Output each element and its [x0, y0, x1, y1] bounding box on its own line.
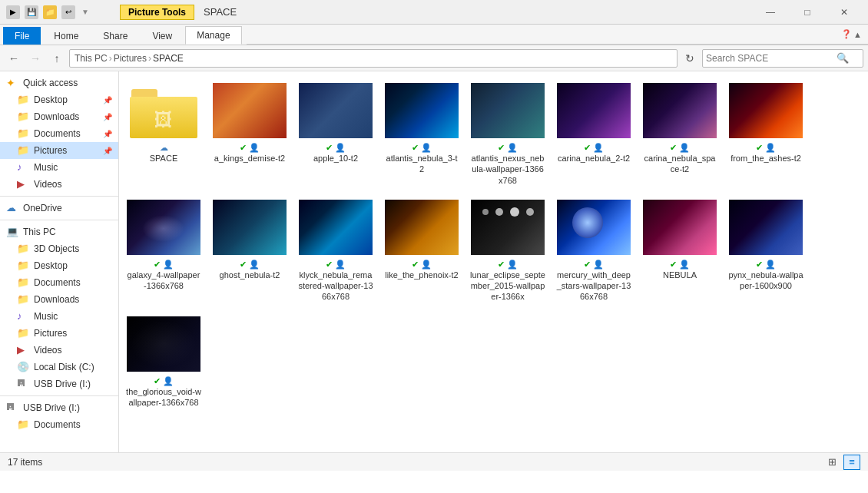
- file-name-space: SPACE: [150, 153, 177, 164]
- tab-view[interactable]: View: [141, 27, 184, 45]
- list-view-button[interactable]: ≡: [843, 455, 860, 470]
- search-box[interactable]: 🔍: [702, 49, 863, 68]
- sidebar-item-documents3[interactable]: 📁 Documents: [0, 416, 118, 433]
- file-item-nebula[interactable]: ✔ 👤 NEBULA: [638, 194, 721, 308]
- folder-doc3-icon: 📁: [17, 419, 29, 431]
- sidebar-label-local-disk: Local Disk (C:): [34, 362, 94, 372]
- address-sep2: ›: [148, 53, 151, 64]
- tab-home[interactable]: Home: [42, 27, 90, 45]
- tab-share[interactable]: Share: [91, 27, 139, 45]
- sidebar-item-videos2[interactable]: ▶ Videos: [0, 342, 118, 359]
- sidebar-item-pictures2[interactable]: 📁 Pictures: [0, 325, 118, 342]
- name-apple10: apple_10-t2: [313, 153, 358, 164]
- file-item-ghost-nebula[interactable]: ✔ 👤 ghost_nebula-t2: [208, 194, 291, 308]
- file-item-carina1[interactable]: ✔ 👤 carina_nebula_2-t2: [552, 78, 635, 191]
- forward-button[interactable]: →: [26, 49, 45, 68]
- sidebar-item-documents2[interactable]: 📁 Documents: [0, 274, 118, 291]
- file-item-lunar[interactable]: ✔ 👤 lunar_eclipse_september_2015-wallpap…: [466, 194, 549, 308]
- close-button[interactable]: ✕: [827, 0, 862, 25]
- sidebar-item-desktop[interactable]: 📁 Desktop 📌: [0, 91, 118, 108]
- tab-manage[interactable]: Manage: [185, 26, 241, 45]
- file-item-klyck[interactable]: ✔ 👤 klyck_nebula_remastered-wallpaper-13…: [294, 194, 377, 308]
- sidebar-item-downloads[interactable]: 📁 Downloads 📌: [0, 108, 118, 125]
- person-badge: 👤: [249, 143, 260, 153]
- sidebar-item-downloads2[interactable]: 📁 Downloads: [0, 291, 118, 308]
- music-icon: ♪: [17, 161, 29, 174]
- green-badge: ✔: [498, 143, 505, 153]
- view-toggle: ⊞ ≡: [823, 455, 860, 470]
- folder-thumb: 🖼: [127, 83, 200, 138]
- file-item-apple10[interactable]: ✔ 👤 apple_10-t2: [294, 78, 377, 191]
- name-pynx: pynx_nebula-wallpaper-1600x900: [728, 270, 803, 292]
- folder-icon-tb[interactable]: 📁: [43, 5, 57, 19]
- sidebar-label-usb-i: USB Drive (I:): [34, 379, 91, 389]
- sidebar-label-quick-access: Quick access: [23, 78, 78, 88]
- minimize-button[interactable]: —: [753, 0, 788, 25]
- file-item-glorious-void[interactable]: ✔ 👤 the_glorious_void-wallpaper-1366x768: [122, 311, 205, 414]
- up-button[interactable]: ↑: [48, 49, 66, 68]
- file-item-galaxy4[interactable]: ✔ 👤 galaxy_4-wallpaper-1366x768: [122, 194, 205, 308]
- sidebar-item-music2[interactable]: ♪ Music: [0, 308, 118, 325]
- quick-access-icon[interactable]: ▶: [6, 5, 20, 19]
- badge-row-folder: ☁: [160, 143, 168, 153]
- sidebar-label-this-pc: This PC: [23, 227, 56, 237]
- usb2-icon: 🖪: [6, 402, 18, 414]
- badges-carina1: ✔ 👤: [584, 143, 604, 153]
- sidebar-item-usb-i[interactable]: 🖪 USB Drive (I:): [0, 376, 118, 392]
- file-item-carina-space[interactable]: ✔ 👤 carina_nebula_space-t2: [638, 78, 721, 191]
- search-input[interactable]: [706, 53, 837, 64]
- sidebar-item-this-pc[interactable]: 💻 This PC: [0, 223, 118, 240]
- sidebar-label-downloads2: Downloads: [34, 294, 79, 305]
- title-bar-icons: ▶ 💾 📁 ↩ ▼: [6, 5, 89, 19]
- tab-file[interactable]: File: [3, 27, 41, 45]
- sidebar-item-documents[interactable]: 📁 Documents 📌: [0, 125, 118, 142]
- sidebar-label-music2: Music: [34, 311, 58, 322]
- name-ghost-nebula: ghost_nebula-t2: [220, 270, 280, 280]
- sidebar-item-music[interactable]: ♪ Music: [0, 159, 118, 176]
- file-item-atlantis3[interactable]: ✔ 👤 atlantis_nebula_3-t2: [380, 78, 463, 191]
- person-badge: 👤: [593, 260, 604, 270]
- badges-from-ashes: ✔ 👤: [756, 143, 776, 153]
- undo-icon[interactable]: ↩: [61, 5, 75, 19]
- thumb-phoenix: [385, 200, 459, 255]
- badges-pynx: ✔ 👤: [756, 260, 776, 270]
- star-icon: ✦: [6, 77, 18, 89]
- sidebar-item-videos[interactable]: ▶ Videos: [0, 176, 118, 193]
- sidebar-item-local-disk[interactable]: 💿 Local Disk (C:): [0, 359, 118, 376]
- address-bar[interactable]: This PC › Pictures › SPACE: [69, 49, 678, 68]
- file-item-a-kings[interactable]: ✔ 👤 a_kings_demise-t2: [208, 78, 291, 191]
- file-item-mercury[interactable]: ✔ 👤 mercury_with_deep_stars-wallpaper-13…: [552, 194, 635, 308]
- dropdown-arrow[interactable]: ▼: [81, 8, 89, 16]
- title-bar: ▶ 💾 📁 ↩ ▼ Picture Tools SPACE — □ ✕: [0, 0, 868, 25]
- person-badge: 👤: [507, 260, 518, 270]
- file-item-phoenix[interactable]: ✔ 👤 like_the_phenoix-t2: [380, 194, 463, 308]
- thumb-nebula: [643, 200, 717, 255]
- green-badge: ✔: [756, 260, 763, 270]
- sidebar-item-desktop2[interactable]: 📁 Desktop: [0, 257, 118, 274]
- help-icon[interactable]: ❓: [841, 29, 852, 39]
- file-item-atlantis-nexus[interactable]: ✔ 👤 atlantis_nexus_nebula-wallpaper-1366…: [466, 78, 549, 191]
- address-pc: This PC: [75, 53, 108, 64]
- expand-ribbon-icon[interactable]: ▲: [853, 30, 862, 39]
- file-item-space-folder[interactable]: 🖼 ☁ SPACE: [122, 78, 205, 191]
- badges-carina-space: ✔ 👤: [670, 143, 690, 153]
- name-mercury: mercury_with_deep_stars-wallpaper-1366x7…: [556, 270, 631, 303]
- ribbon: File Home Share View Manage ❓ ▲: [0, 25, 868, 45]
- file-item-from-ashes[interactable]: ✔ 👤 from_the_ashes-t2: [724, 78, 807, 191]
- badges-klyck: ✔ 👤: [326, 260, 346, 270]
- refresh-button[interactable]: ↻: [681, 49, 699, 68]
- maximize-button[interactable]: □: [790, 0, 825, 25]
- sidebar-item-quick-access[interactable]: ✦ Quick access: [0, 74, 118, 91]
- thumb-atlantis-nexus: [471, 83, 545, 138]
- sidebar-item-onedrive[interactable]: ☁ OneDrive: [0, 200, 118, 217]
- sidebar-item-3d-objects[interactable]: 📁 3D Objects: [0, 240, 118, 257]
- address-space: SPACE: [153, 53, 184, 64]
- back-button[interactable]: ←: [5, 49, 23, 68]
- save-icon[interactable]: 💾: [25, 5, 38, 19]
- grid-view-button[interactable]: ⊞: [823, 455, 840, 470]
- search-icon[interactable]: 🔍: [837, 52, 849, 64]
- file-item-pynx[interactable]: ✔ 👤 pynx_nebula-wallpaper-1600x900: [724, 194, 807, 308]
- sidebar-item-usb-i2[interactable]: 🖪 USB Drive (I:): [0, 399, 118, 416]
- green-badge: ✔: [326, 260, 333, 270]
- sidebar-item-pictures[interactable]: 📁 Pictures 📌: [0, 142, 118, 159]
